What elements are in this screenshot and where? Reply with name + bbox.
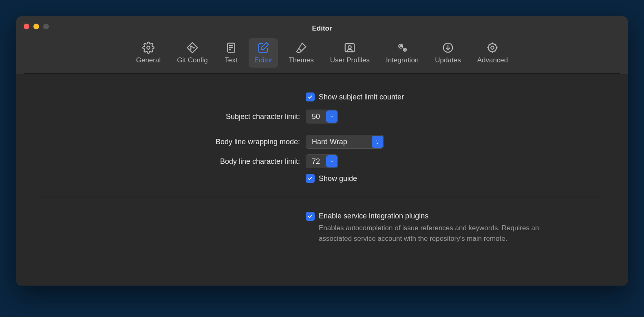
user-icon xyxy=(343,41,357,55)
body-char-limit-combo[interactable]: 72 xyxy=(306,154,338,168)
traffic-lights xyxy=(24,24,49,29)
svg-point-18 xyxy=(491,46,494,49)
tab-label: Advanced xyxy=(477,56,508,64)
download-icon xyxy=(441,41,455,55)
svg-point-14 xyxy=(404,48,407,51)
tab-editor[interactable]: Editor xyxy=(249,38,278,68)
close-button[interactable] xyxy=(24,24,29,29)
tab-label: User Profiles xyxy=(330,56,370,64)
tab-label: Updates xyxy=(435,56,461,64)
show-guide-checkbox[interactable] xyxy=(306,174,315,183)
tab-advanced[interactable]: Advanced xyxy=(472,38,514,68)
body-char-limit-label: Body line character limit: xyxy=(41,157,306,166)
tab-label: Git Config xyxy=(177,56,208,64)
svg-point-11 xyxy=(348,46,352,49)
tab-general[interactable]: General xyxy=(130,38,166,68)
chevron-down-icon xyxy=(326,155,337,167)
tab-themes[interactable]: Themes xyxy=(283,38,319,68)
body-wrap-mode-label: Body line wrapping mode: xyxy=(41,138,306,146)
tab-integration[interactable]: Integration xyxy=(380,38,424,68)
tab-label: Editor xyxy=(254,56,272,64)
preferences-toolbar: General Git Config Text Editor xyxy=(24,37,620,74)
brush-icon xyxy=(294,41,308,55)
show-subject-limit-checkbox[interactable] xyxy=(306,92,315,101)
body-wrap-mode-value: Hard Wrap xyxy=(306,136,371,148)
enable-plugins-label[interactable]: Enable service integration plugins xyxy=(319,212,571,220)
advanced-gear-icon xyxy=(485,41,499,55)
minimize-button[interactable] xyxy=(33,24,39,29)
tab-label: Text xyxy=(225,56,237,64)
svg-point-12 xyxy=(399,44,403,48)
body-char-limit-value: 72 xyxy=(306,156,326,167)
content-pane: Show subject limit counter Subject chara… xyxy=(16,74,628,286)
window-title: Editor xyxy=(24,22,620,37)
updown-icon xyxy=(372,136,383,148)
body-wrap-mode-select[interactable]: Hard Wrap xyxy=(306,135,384,149)
svg-line-9 xyxy=(299,49,301,51)
text-icon xyxy=(224,41,238,55)
tab-updates[interactable]: Updates xyxy=(429,38,466,68)
svg-point-0 xyxy=(147,46,150,49)
tab-git-config[interactable]: Git Config xyxy=(171,38,214,68)
svg-rect-10 xyxy=(345,44,355,52)
svg-point-15 xyxy=(404,49,406,51)
enable-plugins-checkbox[interactable] xyxy=(306,212,315,221)
subject-limit-label: Subject character limit: xyxy=(41,112,306,121)
gear-icon xyxy=(141,41,155,55)
titlebar: Editor General Git Config Text xyxy=(16,16,628,74)
subject-limit-value: 50 xyxy=(306,111,326,123)
show-guide-label[interactable]: Show guide xyxy=(319,174,357,183)
section-divider xyxy=(41,197,603,197)
tab-label: Themes xyxy=(289,56,313,64)
tab-label: Integration xyxy=(386,56,419,64)
show-subject-limit-label[interactable]: Show subject limit counter xyxy=(319,93,404,101)
edit-icon xyxy=(256,41,270,55)
tab-label: General xyxy=(136,56,161,64)
gears-icon xyxy=(395,41,409,55)
subject-limit-combo[interactable]: 50 xyxy=(306,110,338,123)
zoom-button[interactable] xyxy=(43,24,49,29)
git-icon xyxy=(185,41,199,55)
svg-point-13 xyxy=(400,45,402,47)
plugins-help-text: Enables autocompletion of issue referenc… xyxy=(319,223,571,244)
tab-user-profiles[interactable]: User Profiles xyxy=(324,38,375,68)
chevron-down-icon xyxy=(326,110,337,123)
tab-text[interactable]: Text xyxy=(218,38,244,68)
preferences-window: Editor General Git Config Text xyxy=(16,16,628,286)
